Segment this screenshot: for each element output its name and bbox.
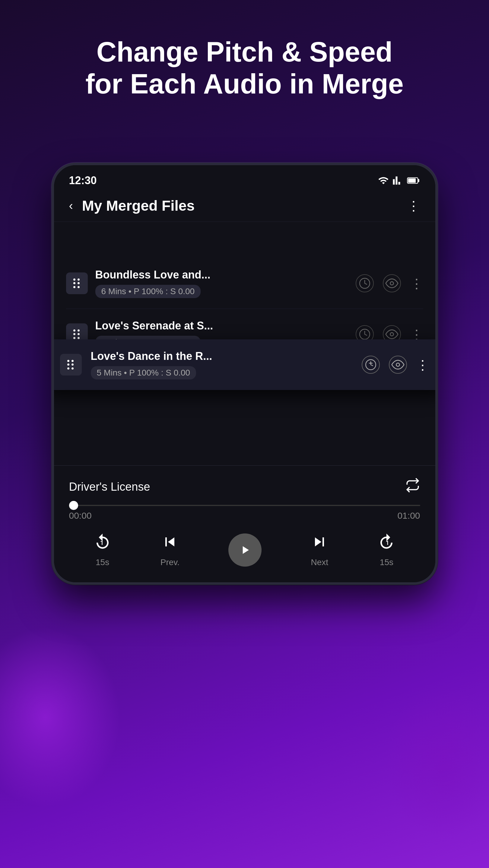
hero-subtitle: for Each Audio in Merge [24,68,465,100]
drag-dots-icon [73,278,81,288]
status-bar: 12:30 [54,165,435,191]
svg-point-6 [390,282,393,285]
header-more-button[interactable]: ⋮ [407,198,420,213]
forward-button[interactable] [377,533,396,555]
phone-mockup: 12:30 ‹ My [52,163,438,585]
time-labels: 00:00 01:00 [69,510,420,521]
preview-button[interactable] [389,355,407,374]
item-more-button[interactable]: ⋮ [416,357,429,373]
svg-point-4 [396,363,399,367]
header-left: ‹ My Merged Files [69,197,195,214]
item-more-button[interactable]: ⋮ [410,276,423,291]
player-track-title: Driver's License [69,480,150,493]
current-time: 00:00 [69,510,92,521]
forward-label: 15s [380,558,393,567]
forward-control: 15s [377,533,396,567]
svg-point-8 [390,333,393,336]
audio-item-actions: ⋮ [362,355,429,374]
audio-item-info: Boundless Love and... 6 Mins • P 100% : … [95,269,348,298]
hero-text: Change Pitch & Speed for Each Audio in M… [0,36,489,100]
player-header: Driver's License [69,478,420,496]
audio-item-meta: 6 Mins • P 100% : S 0.00 [95,285,201,298]
pitch-speed-button[interactable] [362,355,380,374]
page-title: My Merged Files [82,197,195,214]
drag-dots-icon [73,330,81,339]
next-button[interactable] [310,533,328,555]
status-icons [378,175,420,186]
audio-item-meta: 5 Mins • P 100% : S 0.00 [91,366,196,379]
progress-bar [69,505,420,506]
back-button[interactable]: ‹ [69,199,73,213]
audio-item-actions: ⋮ [356,274,423,292]
rewind-button[interactable] [93,533,112,555]
prev-control: Prev. [161,533,179,567]
progress-thumb[interactable] [69,501,78,510]
drag-handle[interactable] [66,273,88,294]
audio-item-title: Love's Serenade at S... [95,319,348,332]
battery-icon [407,175,420,186]
next-label: Next [311,558,328,567]
progress-bar-container[interactable] [69,505,420,506]
preview-button[interactable] [383,274,401,292]
phone-frame: 12:30 ‹ My [52,163,438,585]
audio-item-title: Boundless Love and... [95,269,348,281]
play-control [228,533,262,567]
pitch-speed-button[interactable] [356,274,374,292]
svg-rect-1 [418,179,419,182]
player-section: Driver's License 00:00 [54,465,435,582]
drag-handle[interactable] [60,354,82,375]
audio-item-title: Love's Dance in the R... [91,350,353,363]
signal-icon [393,175,403,186]
total-time: 01:00 [397,510,420,521]
play-button[interactable] [228,533,262,567]
wifi-icon [378,175,389,186]
hero-title: Change Pitch & Speed [24,36,465,68]
audio-list-item: Boundless Love and... 6 Mins • P 100% : … [66,258,423,309]
rewind-label: 15s [96,558,109,567]
rewind-control: 15s [93,533,112,567]
status-time: 12:30 [69,174,97,187]
prev-button[interactable] [161,533,179,555]
highlighted-audio-item: Love's Dance in the R... 5 Mins • P 100%… [52,339,438,390]
next-control: Next [310,533,328,567]
audio-item-info: Love's Dance in the R... 5 Mins • P 100%… [91,350,353,379]
drag-dots-icon [67,360,75,370]
prev-label: Prev. [161,558,179,567]
svg-rect-2 [408,179,415,183]
loop-icon[interactable] [405,478,420,496]
app-header: ‹ My Merged Files ⋮ [54,191,435,222]
player-controls: 15s Prev. [69,533,420,567]
